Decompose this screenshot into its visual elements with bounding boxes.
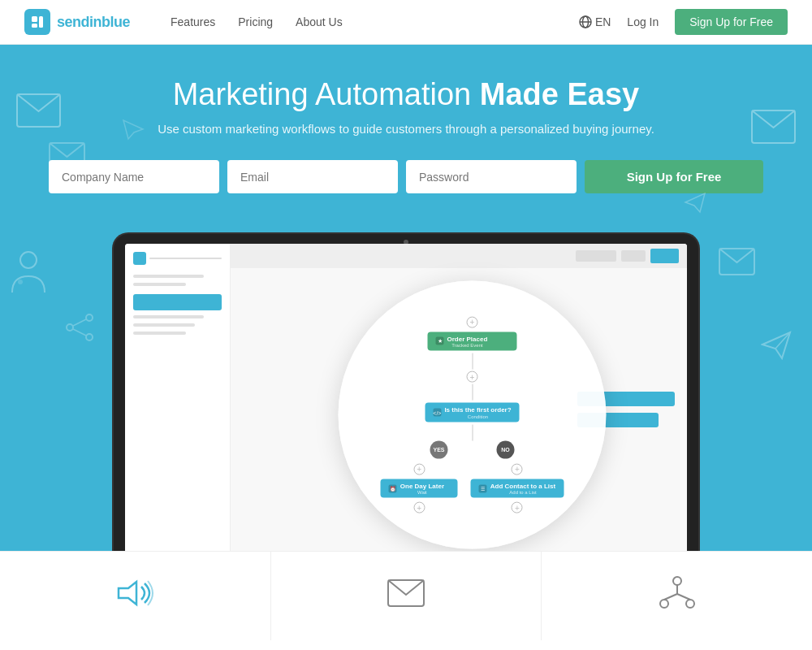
wf-node-text-4: Add Contact to a List Add to a List [490,482,555,495]
hero-title-normal: Marketing Automation [173,77,472,111]
nav-features[interactable]: Features [171,15,215,28]
wf-connector-3 [472,424,473,440]
workflow-zoom-circle: + ★ Order Placed Tracked Event + [339,281,607,549]
hierarchy-icon [658,576,697,617]
toolbar-box-1 [576,250,616,262]
sidebar-line-5 [133,332,186,335]
screen-main: + ★ Order Placed Tracked Event + [231,244,687,551]
logo[interactable]: sendinblue [24,9,130,35]
hero-section: Marketing Automation Made Easy Use custo… [0,45,812,551]
wf-node-text-1: Order Placed Tracked Event [447,335,488,348]
lang-label: EN [595,15,611,28]
deco-plane-small [684,191,706,217]
envelope-icon [387,578,425,614]
signup-nav-button[interactable]: Sign Up for Free [675,9,788,35]
svg-rect-0 [32,16,37,22]
wf-badge-no: NO [497,440,515,458]
screen-content: + ★ Order Placed Tracked Event + [231,268,687,551]
bottom-section [0,551,812,640]
screen-toolbar [231,244,687,268]
wf-branches: + ⏰ One Day Later Wait + [381,462,564,515]
svg-line-24 [664,594,677,600]
svg-rect-2 [39,16,43,28]
laptop-screen: + ★ Order Placed Tracked Event + [125,244,687,551]
signup-button[interactable]: Sign Up for Free [585,160,763,193]
wf-node-order-placed: ★ Order Placed Tracked Event [428,332,517,351]
laptop-frame: + ★ Order Placed Tracked Event + [114,234,698,551]
sidebar-logo-icon [133,252,146,265]
sidebar-line-4 [133,323,195,327]
laptop-mockup: + ★ Order Placed Tracked Event + [16,226,796,551]
svg-point-20 [673,577,681,585]
svg-point-22 [686,600,694,608]
wf-plus-2: + [467,371,478,383]
volume-icon [115,578,154,614]
toolbar-box-2 [621,250,646,262]
bottom-col-2 [271,552,542,640]
deco-envelope-left-2 [49,142,85,173]
sidebar-highlight [133,294,222,310]
wf-connector-1 [472,353,473,370]
svg-line-25 [677,594,690,600]
wf-node-wait: ⏰ One Day Later Wait [381,479,458,498]
email-input[interactable] [227,160,398,193]
wf-branch-yes: + ⏰ One Day Later Wait + [381,462,458,515]
deco-envelope-left-1 [16,93,61,131]
sidebar-line-1 [133,275,204,278]
wf-node-add-contact: ☰ Add Contact to a List Add to a List [471,479,564,498]
wf-node-icon-star: ★ [436,337,444,345]
wf-plus-yes: + [413,463,425,474]
sidebar-logo [133,252,222,265]
wf-node-icon-code: </> [433,409,441,417]
wf-plus-no-bottom: + [512,502,523,514]
globe-icon [579,15,592,28]
password-input[interactable] [406,160,577,193]
screen-sidebar [125,244,231,551]
nav-right: EN Log In Sign Up for Free [579,9,788,35]
logo-icon [24,9,50,35]
sidebar-line-2 [133,283,186,286]
language-selector[interactable]: EN [579,15,611,28]
hero-title-bold: Made Easy [480,77,639,111]
nav-links: Features Pricing About Us [171,15,343,28]
wf-node-text-3: One Day Later Wait [400,482,444,495]
bottom-col-3 [542,552,812,640]
wf-plus-yes-bottom: + [413,502,425,514]
svg-marker-18 [119,582,136,604]
wf-plus-no: + [512,463,523,474]
sidebar-logo-line [149,258,222,259]
signup-form: Sign Up for Free [16,160,796,193]
svg-rect-1 [32,24,37,28]
bottom-col-1 [0,552,271,640]
wf-branch-no: + ☰ Add Contact to a List Add to a List [471,462,564,515]
wf-connector-2 [472,384,473,401]
toolbar-button [650,249,679,263]
login-button[interactable]: Log In [627,15,659,28]
wf-node-icon-clock: ⏰ [389,484,397,492]
wf-badges-row: YES NO [339,440,607,458]
wf-node-text-2: Is this the first order? Condition [444,406,511,419]
deco-plane-left [122,118,145,144]
logo-text: sendinblue [57,14,130,31]
nav-about[interactable]: About Us [296,15,343,28]
wf-node-icon-list: ☰ [479,484,487,492]
wf-plus-top: + [467,316,478,327]
sidebar-line-3 [133,315,204,318]
nav-pricing[interactable]: Pricing [238,15,273,28]
wf-badge-yes: YES [430,440,448,458]
deco-envelope-right-1 [751,110,796,147]
wf-node-condition: </> Is this the first order? Condition [425,403,519,422]
navbar: sendinblue Features Pricing About Us EN … [0,0,812,45]
hero-title: Marketing Automation Made Easy [16,77,796,112]
svg-point-21 [660,600,668,608]
